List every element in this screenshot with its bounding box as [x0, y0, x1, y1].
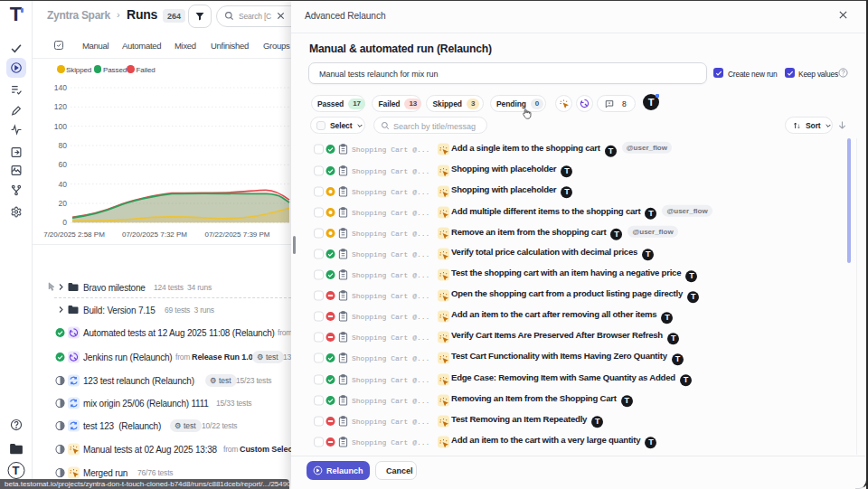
- svg-text:120: 120: [54, 102, 67, 111]
- svg-text:80: 80: [59, 141, 68, 150]
- svg-text:07/20/2025 7:32 PM: 07/20/2025 7:32 PM: [122, 230, 187, 239]
- svg-text:0: 0: [62, 218, 67, 227]
- svg-text:140: 140: [54, 83, 67, 92]
- svg-text:20: 20: [59, 199, 68, 208]
- svg-text:100: 100: [54, 122, 67, 131]
- svg-text:07/22/2025 7:39 PM: 07/22/2025 7:39 PM: [204, 230, 269, 239]
- svg-text:40: 40: [59, 180, 68, 189]
- svg-text:60: 60: [59, 160, 68, 169]
- svg-text:7/20/2025 2:58 PM: 7/20/2025 2:58 PM: [43, 230, 105, 239]
